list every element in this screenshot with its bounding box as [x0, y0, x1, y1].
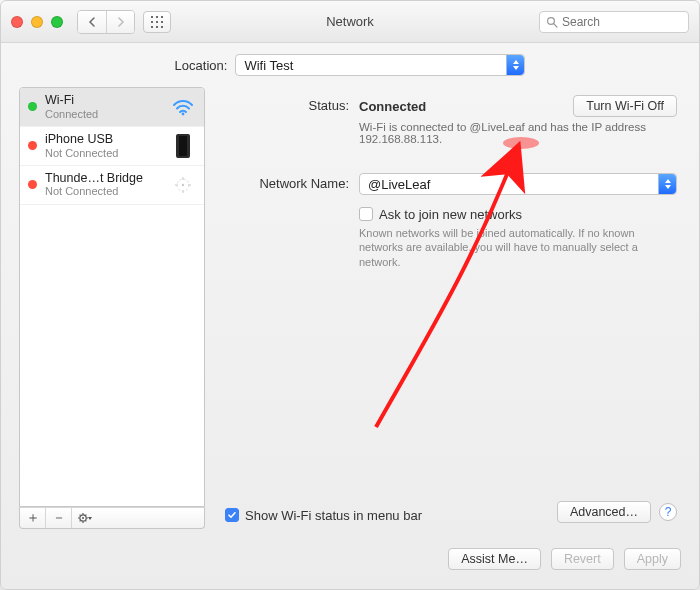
- status-dot-icon: [28, 180, 37, 189]
- advanced-button[interactable]: Advanced…: [557, 501, 651, 523]
- add-service-button[interactable]: ＋: [20, 508, 46, 528]
- minimize-icon[interactable]: [31, 16, 43, 28]
- traffic-lights: [11, 16, 63, 28]
- svg-point-9: [548, 17, 555, 24]
- svg-rect-7: [156, 26, 158, 28]
- checkbox-checked-icon: [225, 508, 239, 522]
- service-item-thunderbolt-bridge[interactable]: Thunde…t Bridge Not Connected: [20, 166, 204, 205]
- svg-rect-0: [151, 16, 153, 18]
- search-field[interactable]: [539, 11, 689, 33]
- chevron-right-icon: [117, 17, 125, 27]
- select-stepper-icon: [658, 174, 676, 194]
- thunderbolt-icon: [170, 175, 196, 195]
- service-item-wifi[interactable]: Wi-Fi Connected: [20, 88, 204, 127]
- select-stepper-icon: [506, 55, 524, 75]
- svg-line-22: [80, 521, 81, 522]
- svg-rect-6: [151, 26, 153, 28]
- svg-rect-2: [161, 16, 163, 18]
- chevron-left-icon: [88, 17, 96, 27]
- svg-rect-5: [161, 21, 163, 23]
- phone-icon: [170, 134, 196, 158]
- content-area: Wi-Fi Connected iPhone USB Not Connected: [1, 87, 699, 541]
- forward-button[interactable]: [106, 11, 134, 33]
- svg-point-11: [182, 113, 185, 116]
- ask-to-join-help: Known networks will be joined automatica…: [359, 226, 677, 269]
- service-item-iphone-usb[interactable]: iPhone USB Not Connected: [20, 127, 204, 166]
- titlebar: Network: [1, 1, 699, 43]
- service-actions-button[interactable]: [72, 508, 98, 528]
- help-button[interactable]: ?: [659, 503, 677, 521]
- ask-to-join-checkbox[interactable]: Ask to join new networks: [359, 207, 677, 222]
- svg-rect-1: [156, 16, 158, 18]
- svg-rect-3: [151, 21, 153, 23]
- turn-wifi-off-button[interactable]: Turn Wi-Fi Off: [573, 95, 677, 117]
- svg-line-23: [86, 515, 87, 516]
- location-select[interactable]: Wifi Test: [235, 54, 525, 76]
- svg-line-21: [86, 521, 87, 522]
- status-dot-icon: [28, 141, 37, 150]
- status-dot-icon: [28, 102, 37, 111]
- plus-icon: ＋: [26, 509, 40, 527]
- search-input[interactable]: [562, 15, 682, 29]
- service-status: Not Connected: [45, 185, 162, 197]
- svg-rect-8: [161, 26, 163, 28]
- location-value: Wifi Test: [244, 58, 293, 73]
- svg-point-12: [182, 183, 184, 185]
- footer-buttons: Assist Me… Revert Apply: [1, 541, 699, 589]
- svg-line-10: [554, 24, 557, 27]
- status-value: Connected: [359, 99, 426, 114]
- show-status-menubar-label: Show Wi-Fi status in menu bar: [245, 508, 422, 523]
- detail-pane: Status: Connected Turn Wi-Fi Off Wi-Fi i…: [221, 87, 681, 529]
- network-name-row: Network Name: @LiveLeaf Ask to join new …: [225, 173, 677, 269]
- nav-segmented: [77, 10, 135, 34]
- network-name-select[interactable]: @LiveLeaf: [359, 173, 677, 195]
- service-list[interactable]: Wi-Fi Connected iPhone USB Not Connected: [19, 87, 205, 507]
- remove-service-button[interactable]: －: [46, 508, 72, 528]
- wifi-icon: [170, 98, 196, 116]
- location-row: Location: Wifi Test: [1, 43, 699, 87]
- back-button[interactable]: [78, 11, 106, 33]
- network-name-label: Network Name:: [225, 173, 359, 191]
- checkbox-icon: [359, 207, 373, 221]
- service-name: Wi-Fi: [45, 94, 162, 108]
- network-name-value: @LiveLeaf: [368, 177, 430, 192]
- assist-me-button[interactable]: Assist Me…: [448, 548, 541, 570]
- service-name: Thunde…t Bridge: [45, 172, 162, 186]
- show-all-button[interactable]: [143, 11, 171, 33]
- ask-to-join-label: Ask to join new networks: [379, 207, 522, 222]
- show-status-menubar-checkbox[interactable]: Show Wi-Fi status in menu bar: [225, 508, 422, 523]
- zoom-icon[interactable]: [51, 16, 63, 28]
- service-sidebar: Wi-Fi Connected iPhone USB Not Connected: [19, 87, 205, 529]
- network-preferences-window: Network Location: Wifi Test Wi-Fi Connec…: [0, 0, 700, 590]
- service-toolbar: ＋ －: [19, 507, 205, 529]
- svg-line-20: [80, 515, 81, 516]
- service-status: Connected: [45, 108, 162, 120]
- status-row: Status: Connected Turn Wi-Fi Off Wi-Fi i…: [225, 95, 677, 145]
- service-name: iPhone USB: [45, 133, 162, 147]
- close-icon[interactable]: [11, 16, 23, 28]
- help-icon: ?: [665, 505, 672, 519]
- gear-icon: [77, 512, 93, 524]
- detail-bottom-row: Show Wi-Fi status in menu bar Advanced… …: [225, 501, 677, 523]
- svg-point-15: [82, 517, 84, 519]
- apply-button[interactable]: Apply: [624, 548, 681, 570]
- svg-rect-4: [156, 21, 158, 23]
- revert-button[interactable]: Revert: [551, 548, 614, 570]
- status-label: Status:: [225, 95, 359, 113]
- grid-icon: [151, 16, 163, 28]
- minus-icon: －: [52, 509, 66, 527]
- service-status: Not Connected: [45, 147, 162, 159]
- status-description: Wi-Fi is connected to @LiveLeaf and has …: [359, 121, 677, 145]
- search-icon: [546, 16, 558, 28]
- location-label: Location:: [175, 58, 228, 73]
